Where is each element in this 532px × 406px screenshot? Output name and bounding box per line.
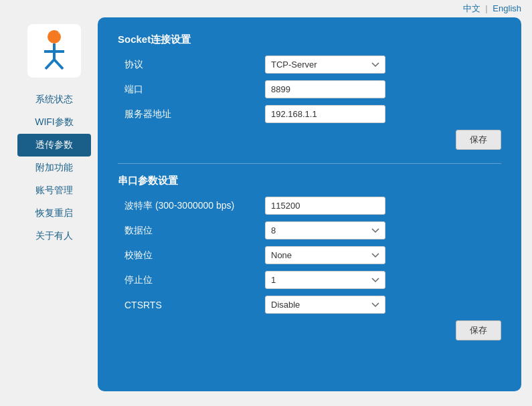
protocol-select[interactable]: TCP-Server TCP-Client UDP-Server UDP-Cli… — [265, 56, 385, 74]
socket-save-row: 保存 — [118, 130, 501, 150]
main-container: ® 系统状态 WIFI参数 透传参数 附加功能 账号管理 恢复重启 关于有人 S… — [0, 17, 532, 402]
sidebar-item-restore-restart[interactable]: 恢复重启 — [17, 202, 91, 225]
server-address-label: 服务器地址 — [118, 108, 265, 120]
logo: ® — [27, 24, 81, 78]
protocol-label: 协议 — [118, 59, 265, 71]
parity-select[interactable]: None Odd Even Mark Space — [265, 246, 385, 264]
sidebar-item-transparent-params[interactable]: 透传参数 — [17, 134, 91, 157]
sidebar-item-additional-functions[interactable]: 附加功能 — [17, 157, 91, 179]
stop-bits-row: 停止位 1 1.5 2 — [118, 271, 501, 289]
parity-label: 校验位 — [118, 249, 265, 262]
port-input[interactable] — [265, 80, 385, 98]
serial-section-title: 串口参数设置 — [118, 175, 501, 187]
stop-bits-select[interactable]: 1 1.5 2 — [265, 271, 385, 289]
port-row: 端口 — [118, 80, 501, 98]
sidebar-item-about[interactable]: 关于有人 — [17, 225, 91, 247]
ctsrts-label: CTSRTS — [118, 300, 265, 310]
logo-icon: ® — [31, 27, 78, 74]
baud-rate-row: 波特率 (300-3000000 bps) — [118, 197, 501, 215]
socket-section-title: Socket连接设置 — [118, 33, 501, 46]
protocol-row: 协议 TCP-Server TCP-Client UDP-Server UDP-… — [118, 56, 501, 74]
svg-text:®: ® — [58, 29, 62, 35]
baud-rate-input[interactable] — [265, 197, 385, 215]
server-address-row: 服务器地址 — [118, 105, 501, 123]
language-separator: | — [485, 3, 487, 13]
sidebar-item-system-status[interactable]: 系统状态 — [17, 88, 91, 111]
ctsrts-select[interactable]: Disable Enable — [265, 296, 385, 314]
content-area: Socket连接设置 协议 TCP-Server TCP-Client UDP-… — [98, 17, 521, 391]
port-label: 端口 — [118, 84, 265, 96]
stop-bits-label: 停止位 — [118, 274, 265, 286]
sidebar-item-account-management[interactable]: 账号管理 — [17, 179, 91, 202]
chinese-link[interactable]: 中文 — [463, 3, 480, 13]
socket-save-button[interactable]: 保存 — [456, 130, 501, 150]
english-link[interactable]: English — [493, 3, 521, 13]
data-bits-label: 数据位 — [118, 225, 265, 237]
sidebar: ® 系统状态 WIFI参数 透传参数 附加功能 账号管理 恢复重启 关于有人 — [11, 17, 98, 391]
language-switcher: 中文 | English — [0, 0, 532, 17]
sidebar-item-wifi-params[interactable]: WIFI参数 — [17, 111, 91, 134]
data-bits-row: 数据位 5 6 7 8 — [118, 221, 501, 239]
section-divider — [118, 163, 501, 164]
parity-row: 校验位 None Odd Even Mark Space — [118, 246, 501, 264]
data-bits-select[interactable]: 5 6 7 8 — [265, 221, 385, 239]
ctsrts-row: CTSRTS Disable Enable — [118, 296, 501, 314]
nav-menu: 系统状态 WIFI参数 透传参数 附加功能 账号管理 恢复重启 关于有人 — [11, 88, 98, 247]
baud-rate-label: 波特率 (300-3000000 bps) — [118, 200, 265, 212]
server-address-input[interactable] — [265, 105, 385, 123]
serial-save-button[interactable]: 保存 — [456, 320, 501, 340]
serial-section: 串口参数设置 波特率 (300-3000000 bps) 数据位 5 6 7 8… — [118, 175, 501, 340]
serial-save-row: 保存 — [118, 320, 501, 340]
socket-section: Socket连接设置 协议 TCP-Server TCP-Client UDP-… — [118, 33, 501, 150]
